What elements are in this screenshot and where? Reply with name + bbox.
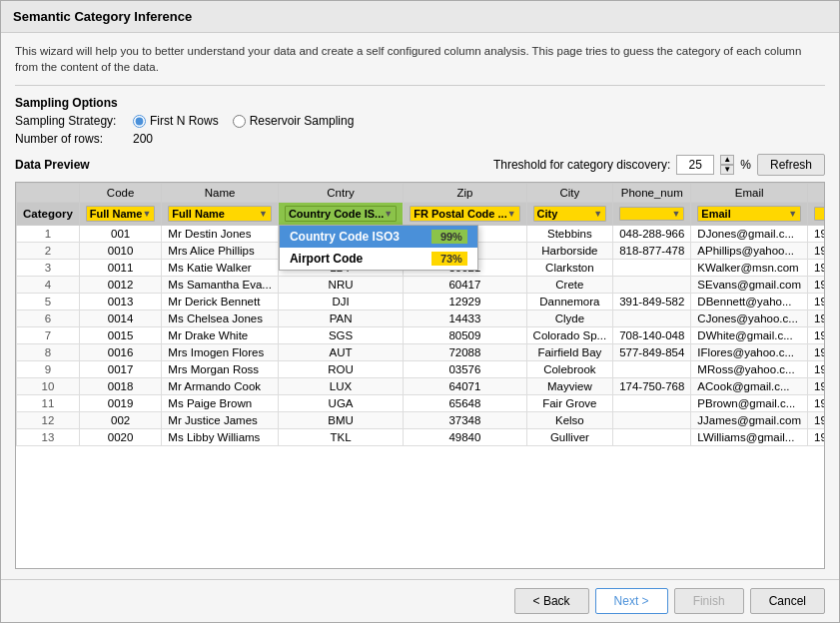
- cell-email: DBennett@yaho...: [691, 294, 808, 311]
- th-row-num: [17, 184, 80, 203]
- th-cat-city[interactable]: City▼: [526, 203, 613, 226]
- cell-zip: 12929: [404, 294, 526, 311]
- cell-email: MRoss@yahoo.c...: [691, 361, 808, 378]
- cell-phone: [613, 311, 691, 327]
- cell-rownum: 12: [17, 412, 80, 429]
- cancel-button[interactable]: Cancel: [750, 588, 825, 614]
- sampling-section: Sampling Options Sampling Strategy: Firs…: [15, 96, 825, 146]
- table-row: 6 0014 Ms Chelsea Jones PAN 14433 Clyde …: [17, 311, 826, 327]
- th-cat-phone[interactable]: ▼: [613, 203, 691, 226]
- cell-city: Colebrook: [526, 361, 613, 378]
- table-container: Code Name Cntry Zip City Phone_num Email…: [15, 182, 825, 569]
- th-cat-dc[interactable]: ▼: [808, 203, 825, 226]
- cell-rownum: 8: [17, 344, 80, 361]
- th-cat-name[interactable]: Full Name▼: [162, 203, 279, 226]
- cell-dc: 1969-01-0: [808, 260, 825, 277]
- dropdown-item-country-iso3[interactable]: Country Code ISO3 99%: [280, 226, 477, 248]
- finish-button[interactable]: Finish: [674, 588, 744, 614]
- spinner-down[interactable]: ▼: [720, 165, 734, 175]
- spinner-up[interactable]: ▲: [720, 155, 734, 165]
- cell-name: Mr Armando Cook: [162, 378, 279, 395]
- first-n-rows-option[interactable]: First N Rows: [133, 114, 219, 128]
- th-cat-email[interactable]: Email▼: [691, 203, 808, 226]
- cell-rownum: 7: [17, 327, 80, 344]
- cell-dc: 1964-04-2: [808, 361, 825, 378]
- th-cat-code[interactable]: Full Name▼: [79, 203, 162, 226]
- table-row: 13 0020 Ms Libby Williams TKL 49840 Gull…: [17, 429, 826, 446]
- threshold-label: Threshold for category discovery:: [493, 158, 670, 172]
- table-row: 4 0012 Ms Samantha Eva... NRU 60417 Cret…: [17, 277, 826, 294]
- email-category-select[interactable]: Email▼: [697, 206, 801, 222]
- cell-zip: 03576: [404, 361, 526, 378]
- th-city: City: [526, 184, 613, 203]
- cell-code: 0013: [79, 294, 162, 311]
- separator-1: [15, 85, 825, 86]
- th-cat-cntry[interactable]: Country Code IS...▼ Country Code ISO3 99…: [278, 203, 403, 226]
- data-preview-label: Data Preview: [15, 158, 90, 172]
- cell-rownum: 4: [17, 277, 80, 294]
- cell-city: Harborside: [526, 243, 613, 260]
- cell-dc: 1974-10-0: [808, 412, 825, 429]
- cell-dc: 1985-03-2: [808, 395, 825, 412]
- cell-email: JJames@gmail.com: [691, 412, 808, 429]
- back-button[interactable]: < Back: [514, 588, 589, 614]
- th-dc: DC: [808, 184, 825, 203]
- cell-zip: 72088: [404, 344, 526, 361]
- cell-cntry: SGS: [278, 327, 403, 344]
- first-n-radio[interactable]: [133, 115, 146, 128]
- cell-email: SEvans@gmail.com: [691, 277, 808, 294]
- cntry-dropdown-popup: Country Code ISO3 99% Airport Code 73%: [279, 225, 478, 271]
- zip-category-select[interactable]: FR Postal Code ...▼: [410, 206, 519, 222]
- num-rows-value: 200: [133, 132, 153, 146]
- cell-name: Mrs Imogen Flores: [162, 344, 279, 361]
- cell-cntry: AUT: [278, 344, 403, 361]
- cell-phone: [613, 260, 691, 277]
- cell-dc: 1962-09-1: [808, 294, 825, 311]
- table-row: 9 0017 Mrs Morgan Ross ROU 03576 Colebro…: [17, 361, 826, 378]
- cell-email: PBrown@gmail.c...: [691, 395, 808, 412]
- cntry-category-select[interactable]: Country Code IS...▼: [285, 206, 397, 222]
- cell-city: Colorado Sp...: [526, 327, 613, 344]
- cell-cntry: PAN: [278, 311, 403, 327]
- reservoir-sampling-option[interactable]: Reservoir Sampling: [233, 114, 355, 128]
- cell-rownum: 9: [17, 361, 80, 378]
- threshold-group: Threshold for category discovery: ▲ ▼ % …: [493, 154, 825, 176]
- cell-phone: 048-288-966: [613, 226, 691, 243]
- code-category-select[interactable]: Full Name▼: [86, 206, 156, 222]
- dropdown-item-airport-code[interactable]: Airport Code 73%: [280, 248, 477, 270]
- sampling-strategy-label: Sampling Strategy:: [15, 114, 125, 128]
- cell-rownum: 11: [17, 395, 80, 412]
- cell-phone: [613, 412, 691, 429]
- category-select-row: Category Full Name▼ Full Name▼: [17, 203, 826, 226]
- sampling-strategy-row: Sampling Strategy: First N Rows Reservoi…: [15, 114, 825, 128]
- refresh-button[interactable]: Refresh: [757, 154, 825, 176]
- dc-category-select[interactable]: ▼: [814, 207, 825, 221]
- cell-phone: [613, 429, 691, 446]
- name-category-select[interactable]: Full Name▼: [168, 206, 272, 222]
- cell-phone: [613, 277, 691, 294]
- table-row: 10 0018 Mr Armando Cook LUX 64071 Mayvie…: [17, 378, 826, 395]
- cell-code: 0018: [79, 378, 162, 395]
- city-category-select[interactable]: City▼: [533, 206, 607, 222]
- cell-dc: 1956-03-2: [808, 327, 825, 344]
- threshold-input[interactable]: [676, 155, 714, 175]
- phone-category-select[interactable]: ▼: [619, 207, 684, 221]
- cell-rownum: 1: [17, 226, 80, 243]
- cell-code: 0015: [79, 327, 162, 344]
- cell-name: Mrs Alice Phillips: [162, 243, 279, 260]
- data-table: Code Name Cntry Zip City Phone_num Email…: [16, 183, 825, 446]
- cell-dc: 1953-10-2: [808, 378, 825, 395]
- next-button[interactable]: Next >: [595, 588, 668, 614]
- cell-city: Clarkston: [526, 260, 613, 277]
- cell-cntry: NRU: [278, 277, 403, 294]
- th-cat-zip[interactable]: FR Postal Code ...▼: [404, 203, 526, 226]
- table-row: 5 0013 Mr Derick Bennett DJI 12929 Danne…: [17, 294, 826, 311]
- cell-city: Mayview: [526, 378, 613, 395]
- cell-name: Ms Paige Brown: [162, 395, 279, 412]
- cell-rownum: 13: [17, 429, 80, 446]
- table-row: 12 002 Mr Justice James BMU 37348 Kelso …: [17, 412, 826, 429]
- cell-rownum: 2: [17, 243, 80, 260]
- footer-buttons: < Back Next > Finish Cancel: [1, 579, 839, 622]
- cell-phone: 577-849-854: [613, 344, 691, 361]
- reservoir-radio[interactable]: [233, 115, 246, 128]
